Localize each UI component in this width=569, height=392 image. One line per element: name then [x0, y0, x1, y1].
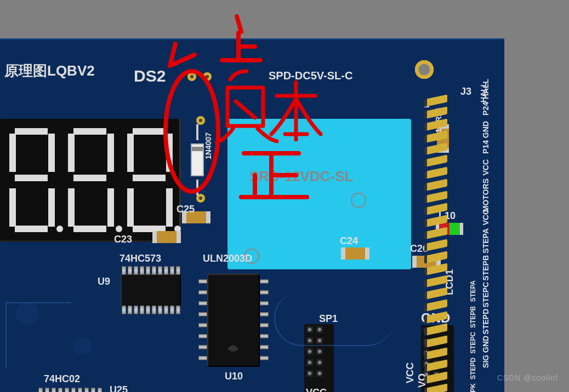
label-j3: J3	[460, 86, 471, 97]
edge-connector	[424, 97, 440, 392]
pin-label: HALL	[481, 79, 490, 99]
digit-3	[122, 125, 178, 235]
digit-1	[4, 125, 60, 235]
pin-label: SIG	[481, 355, 490, 368]
label-uln: ULN2003D	[203, 253, 252, 264]
ic-uln2003d	[207, 274, 260, 367]
pin-label: P24	[481, 102, 490, 116]
label-u9: U9	[98, 276, 110, 287]
ic-pins	[121, 266, 181, 275]
ic-pins	[260, 276, 269, 364]
pin-label: STEPD	[469, 358, 477, 379]
label-c24: C24	[340, 235, 358, 247]
label-74hc02: 74HC02	[44, 373, 80, 385]
pin-label: STEPC	[481, 282, 490, 308]
label-74hc573: 74HC573	[120, 253, 161, 264]
pin-label: GND	[481, 121, 490, 138]
ic-pins	[198, 276, 207, 364]
pin-label: MOTORS	[481, 178, 490, 212]
pin-label: PK	[469, 383, 477, 392]
relay-hole	[351, 193, 366, 208]
pcb-board: 原理图LQBV2 DS2 SPD-DC5V-SL-C J3 1 1N4007	[0, 38, 504, 392]
label-vcc2: VCC	[405, 362, 416, 383]
board-title: 原理图LQBV2	[4, 61, 95, 80]
pin-label: VCC	[481, 159, 490, 176]
ic-pins	[37, 388, 103, 392]
watermark: CSDN @coolinf	[497, 373, 558, 382]
label-spd: SPD-DC5V-SL-C	[269, 70, 352, 82]
pin-label: STEPD	[481, 309, 490, 335]
pin-label: STEPB	[469, 306, 477, 328]
pad	[187, 72, 196, 81]
pin-label: GND	[481, 336, 490, 353]
pad	[203, 72, 212, 81]
label-diode: 1N4007	[204, 132, 213, 159]
pin-label: STEPC	[469, 332, 477, 354]
label-c23: C23	[114, 234, 132, 245]
diode-pad-top	[196, 116, 205, 125]
relay: SRD-12VDC-SL	[227, 119, 411, 269]
pin-label: VCC	[481, 209, 490, 226]
label-c25: C25	[177, 204, 195, 215]
cap-c24	[344, 247, 366, 260]
relay-marking: SRD-12VDC-SL	[249, 168, 353, 185]
pin-label: STEPA	[481, 228, 490, 253]
ic-pins	[121, 305, 181, 314]
pin-label: STEPA	[469, 280, 477, 302]
label-u10: U10	[225, 371, 243, 382]
mounting-hole	[413, 59, 435, 80]
diode-1n4007	[190, 124, 205, 195]
label-u25: U25	[110, 384, 128, 392]
pin-label: P14	[481, 140, 490, 154]
pin-label: STEPB	[481, 255, 490, 281]
cap-c23	[156, 231, 178, 243]
label-vcc: VCC	[306, 387, 327, 392]
seven-segment-display	[0, 119, 181, 242]
digit-2	[62, 125, 119, 235]
ic-74hc573	[121, 274, 181, 307]
label-ds2: DS2	[134, 67, 166, 85]
